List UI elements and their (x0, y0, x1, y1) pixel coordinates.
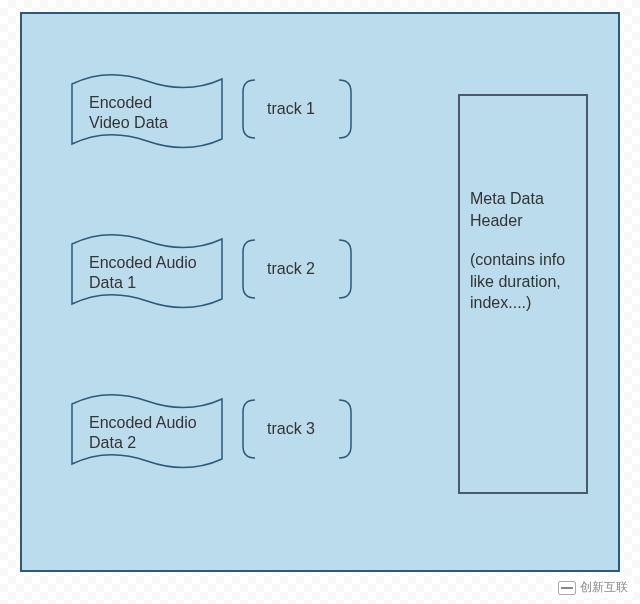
track-label: track 1 (267, 100, 315, 118)
watermark-text: 创新互联 (580, 579, 628, 596)
watermark: 创新互联 (552, 577, 634, 598)
meta-description: (contains info like duration, index....) (470, 249, 576, 314)
encoded-data-flag: Encoded Audio Data 2 (67, 389, 227, 474)
encoded-data-label: Encoded Audio Data 2 (89, 413, 197, 453)
encoded-data-flag: Encoded Video Data (67, 69, 227, 154)
encoded-data-label: Encoded Video Data (89, 93, 168, 133)
encoded-data-flag: Encoded Audio Data 1 (67, 229, 227, 314)
track-bracket: track 1 (237, 74, 357, 144)
watermark-logo-icon (558, 581, 576, 595)
track-label: track 3 (267, 420, 315, 438)
meta-data-header-box: Meta Data Header (contains info like dur… (458, 94, 588, 494)
track-label: track 2 (267, 260, 315, 278)
meta-title: Meta Data Header (470, 188, 576, 231)
encoded-data-label: Encoded Audio Data 1 (89, 253, 197, 293)
container-box: Encoded Video Data track 1 Encoded Audio… (20, 12, 620, 572)
track-bracket: track 3 (237, 394, 357, 464)
track-bracket: track 2 (237, 234, 357, 304)
